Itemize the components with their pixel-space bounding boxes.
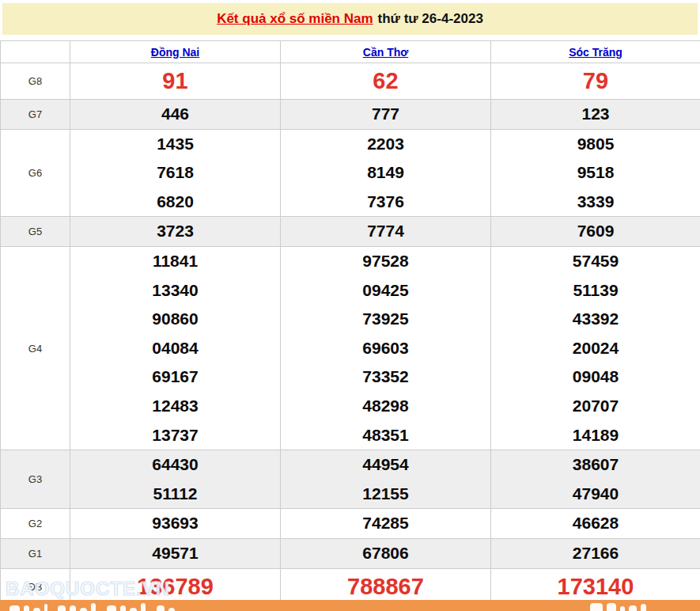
result-cell: 74285 xyxy=(281,509,491,539)
result-number: 7609 xyxy=(491,217,700,246)
result-number: 13737 xyxy=(70,421,280,450)
column-link-soc-trang[interactable]: Sóc Trăng xyxy=(569,46,622,59)
result-number: 123 xyxy=(491,100,700,129)
prize-label: G7 xyxy=(1,100,70,130)
result-number: 09425 xyxy=(281,276,490,306)
result-number: 9518 xyxy=(491,158,700,188)
result-number: 20024 xyxy=(491,334,700,363)
result-number: 69603 xyxy=(281,334,490,363)
result-number: 64430 xyxy=(70,450,280,480)
result-cell: 27166 xyxy=(491,538,700,568)
prize-label: G6 xyxy=(1,129,70,217)
result-number: 6820 xyxy=(70,188,280,217)
result-number: 51139 xyxy=(491,276,700,306)
result-number: 777 xyxy=(281,100,490,129)
page-title: Kết quả xổ số miền Nam thứ tư 26-4-2023 xyxy=(2,3,698,35)
result-cell: 7774 xyxy=(281,217,491,247)
result-cell: 97528094257392569603733524829848351 xyxy=(281,246,491,450)
result-number: 49571 xyxy=(70,539,280,568)
column-link-can-tho[interactable]: Cần Thơ xyxy=(363,46,408,59)
result-number: 136789 xyxy=(70,569,280,605)
result-number: 12483 xyxy=(70,392,280,421)
result-number: 8149 xyxy=(281,158,490,188)
result-cell: 49571 xyxy=(70,538,281,568)
prize-row-G5: G5372377747609 xyxy=(1,217,700,247)
result-number: 90860 xyxy=(70,305,280,334)
result-cell: 79 xyxy=(491,63,700,100)
result-cell: 777 xyxy=(281,100,491,130)
result-cell: 3723 xyxy=(70,217,281,247)
result-number: 93693 xyxy=(70,509,280,538)
prize-row-G8: G8916279 xyxy=(1,63,700,100)
prize-row-G3: G3644305111244954121553860747940 xyxy=(1,450,700,509)
result-cell: 7609 xyxy=(491,217,700,247)
result-cell: 123 xyxy=(491,100,700,130)
clipped-logo-fragment-icon xyxy=(590,603,646,611)
prize-label: G1 xyxy=(1,538,70,568)
result-number: 51112 xyxy=(70,480,280,509)
result-cell: 446 xyxy=(70,100,281,130)
result-number: 13340 xyxy=(70,276,280,306)
column-header-soc-trang: Sóc Trăng xyxy=(491,41,700,63)
column-header-dong-nai: Đồng Nai xyxy=(70,41,281,63)
result-number: 14189 xyxy=(491,421,700,450)
result-cell: 143576186820 xyxy=(70,129,281,217)
column-header-can-tho: Cần Thơ xyxy=(281,41,491,63)
corner-cell xyxy=(1,41,70,63)
prize-row-G2: G2936937428546628 xyxy=(1,509,700,539)
result-number: 788867 xyxy=(281,569,490,605)
result-number: 173140 xyxy=(491,569,700,605)
result-number: 48298 xyxy=(281,392,490,421)
result-cell: 3860747940 xyxy=(491,450,700,509)
result-number: 12155 xyxy=(281,480,490,509)
column-link-dong-nai[interactable]: Đồng Nai xyxy=(151,46,199,59)
result-cell: 67806 xyxy=(281,538,491,568)
result-number: 11841 xyxy=(70,247,280,276)
result-cell: 980595183339 xyxy=(491,129,700,217)
result-number: 27166 xyxy=(491,539,700,568)
result-cell: 4495412155 xyxy=(281,450,491,509)
results-table-head: Đồng NaiCần ThơSóc Trăng xyxy=(1,41,700,63)
result-number: 91 xyxy=(70,63,280,99)
result-number: 97528 xyxy=(281,247,490,276)
result-cell: 46628 xyxy=(491,509,700,539)
result-number: 3339 xyxy=(491,188,700,217)
prize-label: G8 xyxy=(1,63,70,100)
result-number: 73352 xyxy=(281,362,490,392)
result-number: 09048 xyxy=(491,362,700,392)
prize-label: G2 xyxy=(1,509,70,539)
result-number: 74285 xyxy=(281,509,490,538)
result-cell: 11841133409086004084691671248313737 xyxy=(70,246,281,450)
header-row: Đồng NaiCần ThơSóc Trăng xyxy=(1,41,700,63)
prize-label: G3 xyxy=(1,450,70,509)
result-number: 446 xyxy=(70,100,280,129)
prize-row-G6: G6143576186820220381497376980595183339 xyxy=(1,129,700,217)
result-number: 38607 xyxy=(491,450,700,480)
results-table-body: G8916279G7446777123G61435761868202203814… xyxy=(1,63,700,605)
prize-row-G4: G411841133409086004084691671248313737975… xyxy=(1,246,700,450)
results-table: Đồng NaiCần ThơSóc Trăng G8916279G744677… xyxy=(0,40,700,605)
result-number: 1435 xyxy=(70,130,280,159)
title-date: thứ tư 26-4-2023 xyxy=(378,11,483,27)
prize-row-G1: G1495716780627166 xyxy=(1,538,700,568)
result-number: 9805 xyxy=(491,130,700,159)
result-number: 7774 xyxy=(281,217,490,246)
result-number: 7376 xyxy=(281,188,490,217)
title-link[interactable]: Kết quả xổ số miền Nam xyxy=(217,11,373,27)
result-number: 7618 xyxy=(70,158,280,188)
prize-label: G5 xyxy=(1,217,70,247)
result-number: 47940 xyxy=(491,480,700,509)
result-cell: 62 xyxy=(281,63,491,100)
result-number: 3723 xyxy=(70,217,280,246)
result-number: 04084 xyxy=(70,334,280,363)
prize-label: G4 xyxy=(1,246,70,450)
prize-row-G7: G7446777123 xyxy=(1,100,700,130)
result-cell: 57459511394339220024090482070714189 xyxy=(491,246,700,450)
result-cell: 91 xyxy=(70,63,281,100)
clipped-text-fragment-icon xyxy=(9,603,175,611)
result-number: 2203 xyxy=(281,130,490,159)
result-number: 44954 xyxy=(281,450,490,480)
result-number: 79 xyxy=(491,63,700,99)
result-number: 43392 xyxy=(491,305,700,334)
result-number: 46628 xyxy=(491,509,700,538)
